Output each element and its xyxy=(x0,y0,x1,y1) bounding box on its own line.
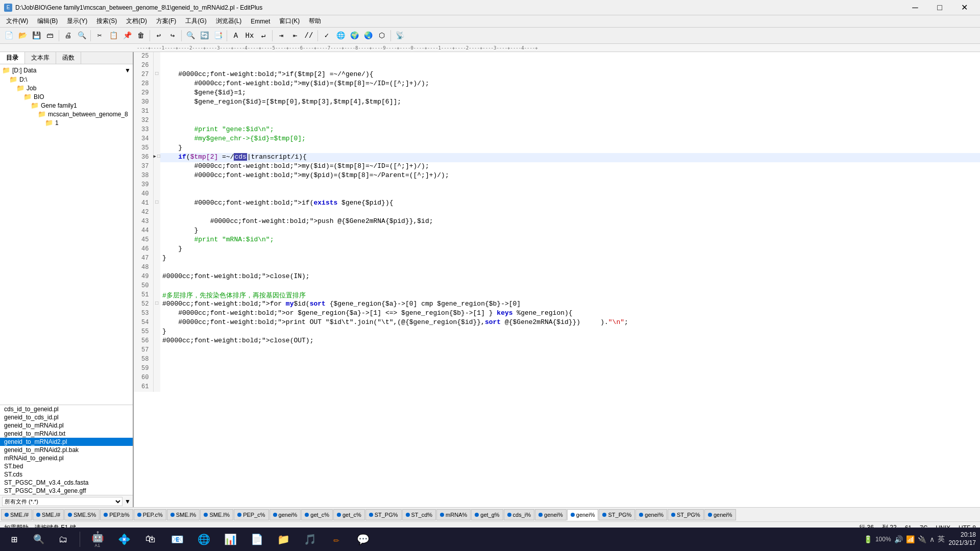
new-button[interactable]: 📄 xyxy=(2,29,15,42)
code-content[interactable]: #0000cc;font-weight:bold;">close(IN); xyxy=(160,272,980,282)
menu-file[interactable]: 文件(W) xyxy=(2,16,32,27)
tab-directory[interactable]: 目录 xyxy=(0,52,25,64)
file-geneid-mrna2-bak[interactable]: geneid_to_mRNAid2.pl.bak xyxy=(0,446,133,454)
code-content[interactable] xyxy=(160,355,980,364)
menu-tools[interactable]: 工具(G) xyxy=(181,16,210,27)
print-preview-button[interactable]: 🔍 xyxy=(75,29,88,42)
code-content[interactable]: $gene{$id}=1; xyxy=(160,89,980,98)
delete-button[interactable]: 🗑 xyxy=(134,29,148,42)
findfile-button[interactable]: 📑 xyxy=(211,29,225,42)
code-content[interactable]: #0000cc;font-weight:bold;">or $gene_regi… xyxy=(160,309,980,318)
bottom-tab[interactable]: ST_PG% xyxy=(365,509,402,520)
replace-button[interactable]: 🔄 xyxy=(198,29,211,42)
taskapp-excel[interactable]: 📊 xyxy=(219,529,241,549)
menu-edit[interactable]: 编辑(B) xyxy=(33,16,62,27)
menu-view[interactable]: 显示(Y) xyxy=(63,16,91,27)
tree-item-1[interactable]: 📁 1 xyxy=(0,118,133,127)
code-content[interactable] xyxy=(160,282,980,291)
bottom-tab[interactable]: mRNA% xyxy=(436,509,471,520)
taskapp-diamond[interactable]: 💠 xyxy=(113,529,135,549)
file-st-pgsc-gene[interactable]: ST_PGSC_DM_v3.4_gene.gff xyxy=(0,487,133,495)
file-geneid-mrna-txt[interactable]: geneid_to_mRNAid.txt xyxy=(0,430,133,438)
browser2-button[interactable]: 🌍 xyxy=(348,29,361,42)
menu-document[interactable]: 文档(D) xyxy=(122,16,151,27)
taskapp-editplus[interactable]: ✏ xyxy=(325,529,348,549)
bottom-tab[interactable]: get_g% xyxy=(471,509,503,520)
file-geneid-cds[interactable]: geneid_to_cds_id.pl xyxy=(0,413,133,421)
taskapp-word[interactable]: 📄 xyxy=(246,529,268,549)
tab-functions[interactable]: 函数 xyxy=(56,52,81,64)
code-content[interactable]: #0000cc;font-weight:bold;">for my$id(sor… xyxy=(160,300,980,309)
code-scroll[interactable]: 25 26 27□ #0000cc;font-weight:bold;">if(… xyxy=(134,52,980,507)
code-content[interactable] xyxy=(160,107,980,116)
close-button[interactable]: ✕ xyxy=(952,0,976,15)
bottom-tabs[interactable]: SME./#SME./#SME.S%PEP.b%PEP.c%SME.I%SME.… xyxy=(0,507,980,521)
bottom-tab[interactable]: ST_PG% xyxy=(668,509,704,520)
code-content[interactable]: #0000cc;font-weight:bold;">my($pid)=($tm… xyxy=(160,171,980,181)
taskapp-explorer[interactable]: 📁 xyxy=(272,529,295,549)
code-content[interactable]: #0000cc;font-weight:bold;">close(OUT); xyxy=(160,337,980,346)
file-st-cds[interactable]: ST.cds xyxy=(0,470,133,479)
code-content[interactable]: #my$gene_chr->{$id}=$tmp[0]; xyxy=(160,135,980,144)
code-content[interactable]: #print "mRNA:$id\n"; xyxy=(160,236,980,245)
file-filter-select[interactable]: 所有文件 (*.*) xyxy=(2,497,122,506)
copy-button[interactable]: 📋 xyxy=(107,29,120,42)
hex-button[interactable]: Hx xyxy=(243,29,256,42)
unindent-button[interactable]: ⇤ xyxy=(288,29,302,42)
wrap-button[interactable]: ↵ xyxy=(257,29,270,42)
file-st-bed[interactable]: ST.bed xyxy=(0,462,133,470)
minimize-button[interactable]: ─ xyxy=(903,0,927,15)
ftp-button[interactable]: 📡 xyxy=(393,29,406,42)
drive-selector[interactable]: 📁 [D:] Data ▼ xyxy=(0,65,133,75)
search-button[interactable]: 🔍 xyxy=(29,529,49,549)
battery-icon[interactable]: 🔋 xyxy=(864,535,872,543)
bottom-tab[interactable]: genei% xyxy=(704,509,736,520)
code-content[interactable]: #print "gene:$id\n"; xyxy=(160,126,980,135)
bottom-tab[interactable]: SME.I% xyxy=(200,509,233,520)
paste-button[interactable]: 📌 xyxy=(120,29,134,42)
menu-browser[interactable]: 浏览器(L) xyxy=(212,16,246,27)
taskapp-ai[interactable]: 🤖 Ai xyxy=(86,529,109,549)
file-st-pgsc-cds[interactable]: ST_PGSC_DM_v3.4_cds.fasta xyxy=(0,479,133,487)
browser4-button[interactable]: ⬡ xyxy=(375,29,388,42)
browser3-button[interactable]: 🌏 xyxy=(361,29,375,42)
code-content[interactable]: } xyxy=(160,254,980,263)
taskapp-edge[interactable]: 🌐 xyxy=(192,529,215,549)
start-button[interactable]: ⊞ xyxy=(4,529,24,549)
bottom-tab[interactable]: PEP.b% xyxy=(100,509,133,520)
undo-button[interactable]: ↩ xyxy=(152,29,165,42)
code-content[interactable] xyxy=(160,383,980,392)
file-filter-area[interactable]: 所有文件 (*.*) ▼ xyxy=(0,495,133,507)
tree-item-d[interactable]: 📁 D:\ xyxy=(0,75,133,84)
bottom-tab[interactable]: PEP.c% xyxy=(134,509,166,520)
tree-item-bio[interactable]: 📁 BIO xyxy=(0,92,133,101)
network-icon[interactable]: 📶 xyxy=(906,535,915,543)
title-bar-controls[interactable]: ─ □ ✕ xyxy=(903,0,976,15)
taskapp-mail[interactable]: 📧 xyxy=(166,529,188,549)
directory-tree[interactable]: 📁 [D:] Data ▼ 📁 D:\ 📁 Job 📁 BIO 📁 Gene f… xyxy=(0,64,133,405)
maximize-button[interactable]: □ xyxy=(928,0,951,15)
code-content[interactable] xyxy=(160,61,980,70)
tree-item-job[interactable]: 📁 Job xyxy=(0,84,133,92)
bottom-tab[interactable]: ST_cd% xyxy=(402,509,436,520)
redo-button[interactable]: ↪ xyxy=(166,29,179,42)
bottom-tab[interactable]: genei% xyxy=(535,509,567,520)
bottom-tab[interactable]: genei% xyxy=(270,509,301,520)
power-icon[interactable]: 🔌 xyxy=(918,535,926,543)
code-content[interactable] xyxy=(160,346,980,355)
code-content[interactable]: } xyxy=(160,328,980,337)
code-content[interactable] xyxy=(160,364,980,373)
code-content[interactable] xyxy=(160,190,980,199)
bottom-tab[interactable]: get_c% xyxy=(301,509,333,520)
code-content[interactable] xyxy=(160,208,980,217)
taskapp-music[interactable]: 🎵 xyxy=(299,529,321,549)
bottom-tab[interactable]: SME./# xyxy=(1,509,32,520)
comment-button[interactable]: // xyxy=(302,29,315,42)
drive-dropdown-icon[interactable]: ▼ xyxy=(125,67,131,74)
fold-indicator[interactable]: □ xyxy=(153,70,160,80)
file-list[interactable]: cds_id_to_geneid.pl geneid_to_cds_id.pl … xyxy=(0,405,133,495)
code-content[interactable]: $gene_region{$id}=[$tmp[0],$tmp[3],$tmp[… xyxy=(160,98,980,107)
browser1-button[interactable]: 🌐 xyxy=(334,29,347,42)
bottom-tab[interactable]: get_c% xyxy=(333,509,365,520)
panel-tabs[interactable]: 目录 文本库 函数 xyxy=(0,52,133,64)
